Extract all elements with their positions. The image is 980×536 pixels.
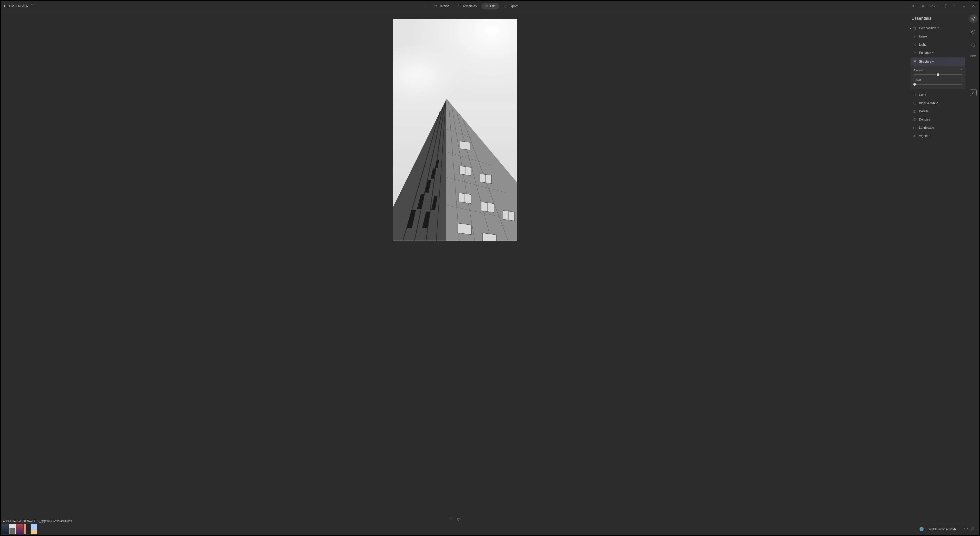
structure-icon bbox=[913, 60, 916, 63]
color-icon bbox=[913, 93, 916, 97]
nav-catalog[interactable]: Catalog bbox=[430, 3, 453, 10]
maximize-button[interactable] bbox=[961, 3, 966, 9]
export-icon bbox=[503, 4, 507, 8]
favorite-button[interactable] bbox=[457, 517, 460, 522]
tool-composition[interactable]: Composition ᴬᴵ bbox=[910, 24, 966, 32]
thumb-2[interactable] bbox=[9, 524, 16, 534]
tool-bw[interactable]: Black & White bbox=[910, 99, 966, 107]
svg-point-52 bbox=[972, 18, 974, 19]
svg-rect-0 bbox=[912, 5, 913, 7]
app-logo: LUMINARAI bbox=[4, 4, 30, 8]
preview-icon[interactable] bbox=[920, 4, 924, 8]
tool-vignette[interactable]: Vignette bbox=[910, 132, 966, 140]
rail-essentials[interactable] bbox=[969, 15, 977, 22]
template-name: Template name (edited) bbox=[926, 528, 961, 531]
structure-body: Amount 0 Boost 0 bbox=[910, 66, 966, 89]
boost-label: Boost bbox=[913, 78, 921, 81]
landscape-icon bbox=[913, 126, 916, 129]
compare-icon[interactable] bbox=[912, 4, 916, 8]
tool-details[interactable]: Details bbox=[910, 107, 966, 115]
template-icon bbox=[920, 527, 924, 531]
boost-value: 0 bbox=[961, 78, 963, 81]
folder-icon bbox=[434, 4, 437, 8]
boost-slider[interactable] bbox=[913, 83, 963, 86]
svg-point-53 bbox=[972, 32, 972, 32]
rail-creative[interactable] bbox=[969, 28, 977, 36]
crop-icon bbox=[913, 27, 916, 30]
svg-rect-33 bbox=[457, 223, 471, 234]
chevron-down-icon bbox=[936, 5, 939, 8]
zoom-dropdown[interactable]: 36% bbox=[929, 4, 939, 8]
tool-denoise[interactable]: Denoise bbox=[910, 115, 966, 124]
svg-point-51 bbox=[914, 136, 915, 136]
thumb-4[interactable] bbox=[24, 524, 30, 534]
tool-erase[interactable]: Erase bbox=[910, 32, 966, 40]
thumb-5[interactable] bbox=[31, 524, 37, 534]
wand-icon bbox=[458, 4, 461, 8]
svg-point-54 bbox=[973, 31, 973, 31]
thumb-3[interactable] bbox=[16, 524, 23, 534]
photo-preview bbox=[393, 19, 517, 241]
help-icon[interactable] bbox=[943, 4, 947, 8]
rail-portrait[interactable] bbox=[969, 41, 977, 49]
reject-button[interactable] bbox=[449, 517, 453, 522]
erase-icon bbox=[913, 35, 916, 38]
minimize-button[interactable] bbox=[952, 3, 957, 9]
sparkle-icon bbox=[913, 51, 916, 54]
amount-label: Amount bbox=[913, 69, 923, 72]
denoise-icon bbox=[913, 118, 916, 121]
canvas-area[interactable] bbox=[1, 11, 908, 535]
bw-icon bbox=[913, 102, 916, 105]
sun-icon bbox=[913, 43, 916, 46]
add-button[interactable] bbox=[421, 2, 429, 10]
panel-title: Essentials bbox=[910, 16, 966, 24]
tool-light[interactable]: Light bbox=[910, 40, 966, 49]
vignette-icon bbox=[913, 134, 916, 138]
svg-rect-1 bbox=[914, 5, 915, 7]
rail-pro[interactable]: PRO bbox=[970, 55, 976, 58]
nav-templates[interactable]: Templates bbox=[454, 3, 480, 10]
svg-rect-45 bbox=[913, 118, 916, 121]
tool-structure[interactable]: Structure ᴬᴵ bbox=[910, 57, 966, 65]
svg-point-2 bbox=[922, 6, 923, 7]
svg-point-57 bbox=[972, 45, 973, 45]
svg-point-56 bbox=[972, 44, 975, 47]
details-icon bbox=[913, 110, 916, 113]
amount-value: 0 bbox=[961, 69, 963, 72]
amount-slider[interactable] bbox=[913, 73, 963, 76]
svg-point-55 bbox=[974, 31, 974, 32]
tool-enhance[interactable]: Enhance ᴬᴵ bbox=[910, 49, 966, 57]
thumb-1[interactable] bbox=[2, 524, 8, 534]
tool-landscape[interactable]: Landscape bbox=[910, 124, 966, 132]
sliders-icon bbox=[485, 4, 488, 8]
rail-mask[interactable]: A bbox=[970, 89, 977, 96]
template-more[interactable]: ••• bbox=[964, 527, 968, 531]
nav-edit[interactable]: Edit bbox=[481, 3, 499, 10]
svg-point-58 bbox=[974, 45, 974, 45]
svg-point-41 bbox=[914, 44, 915, 45]
tool-color[interactable]: Color bbox=[910, 91, 966, 99]
svg-rect-44 bbox=[913, 110, 916, 113]
svg-rect-4 bbox=[963, 5, 965, 6]
template-info[interactable] bbox=[971, 527, 974, 531]
nav-export[interactable]: Export bbox=[500, 3, 521, 10]
filename: AUGUSTAS-MICKUS-WFFRS_QQ6W0-UNSPLASH.JPG bbox=[2, 520, 72, 524]
close-button[interactable] bbox=[971, 3, 976, 9]
svg-marker-5 bbox=[393, 99, 447, 241]
